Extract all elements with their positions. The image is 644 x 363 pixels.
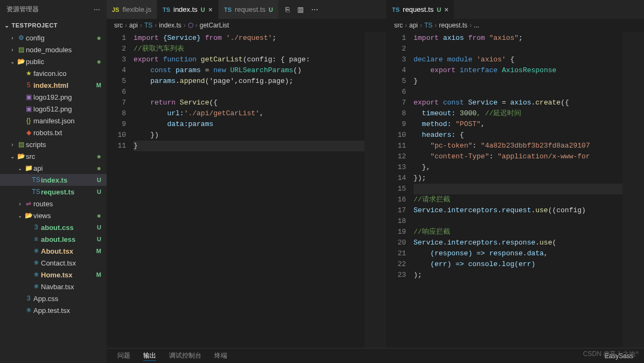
tab-action-icon[interactable]: ⋯ [311,5,318,13]
breadcrumb-item[interactable]: index.ts [159,22,181,29]
tabs-bar-left: JSflexible.jsTSindex.tsU×TSrequest.tsU ⎘… [107,0,386,19]
file-icon: ⚛ [31,283,41,290]
chevron-icon: › [9,142,16,148]
file-icon: 3 [31,224,41,231]
editor-split: JSflexible.jsTSindex.tsU×TSrequest.tsU ⎘… [107,0,644,348]
tree-label: about.css [41,224,95,232]
tree-label: index.ts [41,176,95,184]
breadcrumb-item[interactable]: getCarList [200,22,229,29]
project-header[interactable]: ⌄ TESTPROJECT [0,19,107,32]
code-content-left[interactable]: import {Service} from './request';//获取汽车… [134,32,365,348]
tree-item-App-test-tsx[interactable]: ⚛App.test.tsx [0,304,107,316]
breadcrumb-right[interactable]: src›api›TS›request.ts›... [387,19,644,32]
breadcrumb-item[interactable]: ... [474,22,479,29]
file-icon: ⚛ [31,259,41,267]
tree-item-views[interactable]: ⌄📂views● [0,210,107,221]
tree-item-about-css[interactable]: 3about.cssU [0,221,107,233]
tree-label: App.test.tsx [33,306,103,315]
breadcrumb-item[interactable]: TS [424,22,432,29]
tree-label: favicon.ico [33,69,103,78]
tree-item-favicon-ico[interactable]: ★favicon.ico [0,67,107,79]
sidebar-header: 资源管理器 ⋯ [0,0,107,19]
tree-item-robots-txt[interactable]: ◆robots.txt [0,127,107,138]
tab-actions: ⎘▥⋯ [279,5,325,13]
tree-label: App.css [33,295,103,303]
more-icon[interactable]: ⋯ [94,6,100,13]
tab-flexible-js[interactable]: JSflexible.js [107,0,157,19]
tree-label: views [33,212,97,220]
tree-item-Home-tsx[interactable]: ⚛Home.tsxM [0,269,107,281]
tree-label: about.less [41,235,95,243]
tree-label: logo512.png [33,105,103,113]
chevron-icon: ⌄ [9,153,16,159]
tree-item-index-html[interactable]: 5index.htmlM [0,79,107,91]
breadcrumb-item[interactable]: src [114,22,123,29]
tab-label: request.ts [235,5,265,13]
git-badge: M [94,271,103,278]
tab-request-ts[interactable]: TSrequest.tsU [219,0,279,19]
panel-tab-2[interactable]: 调试控制台 [169,351,201,361]
code-right[interactable]: 1234567891011121314151617181920212223 im… [387,32,644,348]
tree-item-Navbar-tsx[interactable]: ⚛Navbar.tsx [0,281,107,292]
gutter-left: 1234567891011 [107,32,134,348]
tree-item-about-less[interactable]: ≡about.lessU [0,233,107,245]
file-icon: 📂 [16,58,26,65]
panel-tab-0[interactable]: 问题 [117,351,130,361]
tree-item-logo192-png[interactable]: ▣logo192.png [0,91,107,103]
file-icon: ⚛ [31,247,41,255]
tree-label: index.html [33,81,94,89]
breadcrumb-item[interactable]: api [409,22,418,29]
tab-label: flexible.js [122,5,151,13]
tree-item-App-css[interactable]: 3App.css [0,292,107,304]
git-status: U [269,6,273,13]
breadcrumb-item[interactable]: api [129,22,138,29]
tree-item-scripts[interactable]: ›▤scripts [0,138,107,150]
file-icon: TS [31,176,41,184]
panel-tab-3[interactable]: 终端 [214,351,227,361]
tree-item-config[interactable]: ›⚙config● [0,32,107,44]
tree-item-About-tsx[interactable]: ⚛About.tsxM [0,245,107,257]
file-icon: 📂 [24,212,33,219]
tree-label: robots.txt [33,129,103,137]
minimap-left[interactable] [365,32,386,348]
code-content-right[interactable]: import axios from "axios";declare module… [414,32,622,348]
git-status: U [201,6,205,13]
panel-bar: 问题输出调试控制台终端 EasySass [107,348,644,363]
tree-item-request-ts[interactable]: TSrequest.tsU [0,186,107,198]
breadcrumb-item[interactable]: ⬡ [188,22,193,29]
file-icon: ▤ [16,46,26,53]
tab-request-ts[interactable]: TSrequest.tsU× [387,0,454,19]
tree-item-index-ts[interactable]: TSindex.tsU [0,174,107,186]
chevron-icon: ⌄ [9,59,16,65]
breadcrumb-item[interactable]: src [394,22,403,29]
tree-item-logo512-png[interactable]: ▣logo512.png [0,103,107,115]
lang-badge: TS [224,6,232,13]
tree-label: Contact.tsx [41,259,103,267]
panel-tabs: 问题输出调试控制台终端 [117,351,227,361]
tree-item-public[interactable]: ⌄📂public● [0,55,107,67]
tree-item-manifest-json[interactable]: {}manifest.json [0,115,107,127]
code-left[interactable]: 1234567891011 import {Service} from './r… [107,32,386,348]
git-badge: U [95,189,103,195]
git-badge: U [95,224,103,231]
minimap-right[interactable] [622,32,644,348]
breadcrumb-item[interactable]: request.ts [439,22,467,29]
tree-item-src[interactable]: ⌄📂src● [0,150,107,162]
breadcrumb-item[interactable]: TS [144,22,152,29]
close-icon[interactable]: × [444,5,449,14]
tree-item-routes[interactable]: ›⇌routes [0,198,107,210]
file-icon: ◆ [24,129,33,136]
main-area: JSflexible.jsTSindex.tsU×TSrequest.tsU ⎘… [107,0,644,363]
file-tree: ›⚙config●›▤node_modules⌄📂public●★favicon… [0,32,107,363]
close-icon[interactable]: × [208,5,213,14]
file-icon: ⚛ [24,306,33,314]
panel-tab-1[interactable]: 输出 [143,351,156,361]
tree-item-Contact-tsx[interactable]: ⚛Contact.tsx [0,257,107,269]
tab-index-ts[interactable]: TSindex.tsU× [157,0,219,19]
tab-action-icon[interactable]: ▥ [297,5,304,13]
tab-label: request.ts [403,5,433,13]
tree-item-node_modules[interactable]: ›▤node_modules [0,44,107,55]
tree-item-api[interactable]: ⌄📁api● [0,162,107,174]
breadcrumb-left[interactable]: src›api›TS›index.ts›⬡›getCarList [107,19,386,32]
tab-action-icon[interactable]: ⎘ [285,5,290,13]
